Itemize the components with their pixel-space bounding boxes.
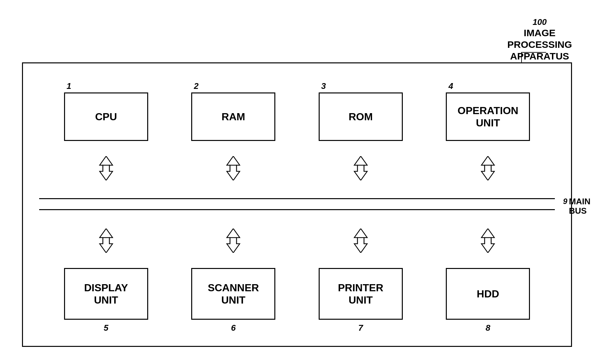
display-bus-arrow xyxy=(93,229,119,253)
ram-column: 2 RAM xyxy=(191,81,275,141)
bus-top-line xyxy=(39,198,555,199)
svg-marker-13 xyxy=(354,238,367,253)
operation-unit-box: OPERATIONUNIT xyxy=(446,92,530,141)
apparatus-title: 100 IMAGE PROCESSING APPARATUS xyxy=(507,17,572,62)
top-components-row: 1 CPU 2 RAM 3 ROM xyxy=(42,81,552,141)
cpu-column: 1 CPU xyxy=(64,81,148,141)
printer-unit-ref: 7 xyxy=(358,323,363,333)
scanner-unit-ref: 6 xyxy=(231,323,236,333)
hdd-box: HDD xyxy=(446,268,530,320)
bus-text-label: MAIN BUS xyxy=(569,197,590,215)
svg-marker-5 xyxy=(354,165,367,180)
operation-bus-arrow xyxy=(475,156,501,180)
printer-bus-arrow xyxy=(348,229,374,253)
ram-box: RAM xyxy=(191,92,275,141)
rom-column: 3 ROM xyxy=(319,81,403,141)
cpu-bus-arrow xyxy=(93,156,119,180)
apparatus-ref: 100 xyxy=(533,17,546,27)
operation-unit-ref: 4 xyxy=(448,81,453,91)
hdd-column: HDD 8 xyxy=(446,268,530,333)
apparatus-box: 1 CPU 2 RAM 3 ROM xyxy=(22,62,572,347)
bus-ref-label: 9 xyxy=(563,197,567,206)
bottom-components-row: DISPLAYUNIT 5 SCANNERUNIT 6 PRINTERUNIT xyxy=(42,268,552,333)
svg-marker-11 xyxy=(227,238,240,253)
display-unit-column: DISPLAYUNIT 5 xyxy=(64,268,148,333)
title-connector-horizontal xyxy=(521,52,546,53)
hdd-bus-arrow xyxy=(475,229,501,253)
rom-bus-arrow xyxy=(348,156,374,180)
scanner-unit-box: SCANNERUNIT xyxy=(191,268,275,320)
main-bus: 9 MAIN BUS xyxy=(39,196,555,213)
scanner-bus-arrow xyxy=(220,229,246,253)
svg-marker-3 xyxy=(227,165,240,180)
hdd-ref: 8 xyxy=(486,323,490,333)
bus-label-group: 9 MAIN BUS xyxy=(563,197,590,215)
operation-unit-column: 4 OPERATIONUNIT xyxy=(446,81,530,141)
top-arrows-row xyxy=(42,156,552,180)
svg-marker-15 xyxy=(481,238,494,253)
cpu-ref: 1 xyxy=(67,81,71,91)
rom-ref: 3 xyxy=(321,81,326,91)
display-unit-ref: 5 xyxy=(104,323,108,333)
apparatus-title-text: IMAGE PROCESSING APPARATUS xyxy=(507,27,572,62)
bus-bottom-line xyxy=(39,209,555,210)
ram-bus-arrow xyxy=(220,156,246,180)
printer-unit-box: PRINTERUNIT xyxy=(319,268,403,320)
svg-marker-7 xyxy=(481,165,494,180)
rom-box: ROM xyxy=(319,92,403,141)
scanner-unit-column: SCANNERUNIT 6 xyxy=(191,268,275,333)
bottom-arrows-row xyxy=(42,229,552,253)
printer-unit-column: PRINTERUNIT 7 xyxy=(319,268,403,333)
ram-ref: 2 xyxy=(194,81,198,91)
svg-marker-9 xyxy=(100,238,113,253)
display-unit-box: DISPLAYUNIT xyxy=(64,268,148,320)
svg-marker-1 xyxy=(100,165,113,180)
cpu-box: CPU xyxy=(64,92,148,141)
page-wrapper: 100 IMAGE PROCESSING APPARATUS 1 CPU xyxy=(22,17,572,347)
